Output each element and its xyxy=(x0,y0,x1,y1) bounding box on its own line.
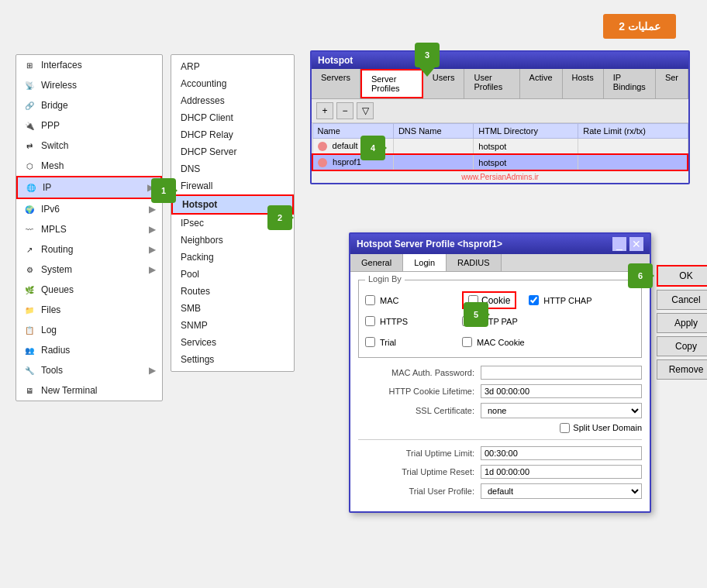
ip-icon: 🌐 xyxy=(24,181,38,194)
tab-login[interactable]: Login xyxy=(403,254,447,271)
mac-auth-input[interactable] xyxy=(481,366,642,380)
split-domain-checkbox[interactable] xyxy=(560,423,570,433)
menu-item-services[interactable]: Services xyxy=(171,334,294,351)
tab-servers[interactable]: Servers xyxy=(312,69,360,98)
sidebar-item-label: System xyxy=(41,264,72,275)
mpls-icon: 〰 xyxy=(22,222,36,236)
sidebar-item-files[interactable]: 📁 Files xyxy=(16,300,162,320)
sidebar-item-interfaces[interactable]: ⊞ Interfaces xyxy=(16,55,162,75)
sidebar-item-ppp[interactable]: 🔌 PPP xyxy=(16,115,162,136)
trial-uptime-reset-input[interactable] xyxy=(481,465,642,479)
remove-button-dialog[interactable]: Remove xyxy=(657,359,707,380)
trial-uptime-reset-row: Trial Uptime Reset: xyxy=(358,465,642,479)
sidebar-item-wireless[interactable]: 📡 Wireless xyxy=(16,75,162,95)
dialog-titlebar: Hotspot Server Profile <hsprof1> _ ✕ xyxy=(350,234,650,254)
dialog-actions: OK Cancel Apply Copy Remove xyxy=(657,265,707,380)
row-html-dir: hotspot xyxy=(474,139,578,155)
trial-uptime-limit-row: Trial Uptime Limit: xyxy=(358,446,642,460)
sidebar-item-queues[interactable]: 🌿 Queues xyxy=(16,280,162,300)
menu-item-firewall[interactable]: Firewall xyxy=(171,177,294,194)
menu-item-arp[interactable]: ARP xyxy=(171,58,294,75)
menu-item-addresses[interactable]: Addresses xyxy=(171,92,294,109)
row-dns-selected xyxy=(393,154,473,170)
copy-button[interactable]: Copy xyxy=(657,336,707,356)
mac-cookie-checkbox[interactable] xyxy=(462,337,472,347)
sidebar-item-log[interactable]: 📋 Log xyxy=(16,320,162,340)
sidebar-item-mesh[interactable]: ⬡ Mesh xyxy=(16,156,162,176)
tab-server-profiles[interactable]: Server Profiles xyxy=(360,69,423,98)
tab-radius[interactable]: RADIUS xyxy=(447,254,502,271)
tab-hosts[interactable]: Hosts xyxy=(563,69,604,98)
trial-user-profile-label: Trial User Profile: xyxy=(358,487,474,496)
sidebar-item-ip[interactable]: 🌐 IP ▶ xyxy=(16,176,162,199)
col-rate: Rate Limit (rx/tx) xyxy=(578,124,688,139)
menu-item-dhcp-server[interactable]: DHCP Server xyxy=(171,143,294,160)
cookie-lifetime-row: HTTP Cookie Lifetime: xyxy=(358,384,642,398)
menu-item-snmp[interactable]: SNMP xyxy=(171,317,294,334)
mac-checkbox[interactable] xyxy=(365,295,375,305)
http-chap-checkbox[interactable] xyxy=(529,295,539,305)
tab-user-profiles[interactable]: User Profiles xyxy=(464,69,519,98)
ssl-cert-label: SSL Certificate: xyxy=(358,406,474,415)
ok-button[interactable]: OK xyxy=(657,265,707,287)
mac-cookie-label: MAC Cookie xyxy=(477,338,547,347)
sidebar-item-terminal[interactable]: 🖥 New Terminal xyxy=(16,380,162,401)
remove-button[interactable]: − xyxy=(336,102,354,119)
sidebar-item-label: PPP xyxy=(41,120,60,131)
sidebar-item-switch[interactable]: ⇄ Switch xyxy=(16,136,162,156)
trial-user-profile-select[interactable]: default xyxy=(481,483,642,499)
dialog-close-btn[interactable]: ✕ xyxy=(629,237,643,251)
sidebar-item-bridge[interactable]: 🔗 Bridge xyxy=(16,95,162,115)
mesh-icon: ⬡ xyxy=(22,159,36,173)
https-checkbox[interactable] xyxy=(365,316,375,326)
files-icon: 📁 xyxy=(22,303,36,317)
tab-ser[interactable]: Ser xyxy=(656,69,688,98)
sidebar-item-radius[interactable]: 👥 Radius xyxy=(16,340,162,360)
http-chap-label: HTTP CHAP xyxy=(543,296,613,305)
menu-item-smb[interactable]: SMB xyxy=(171,300,294,317)
menu-item-dns[interactable]: DNS xyxy=(171,160,294,177)
row-dns xyxy=(393,139,473,155)
sidebar-item-mpls[interactable]: 〰 MPLS ▶ xyxy=(16,219,162,239)
login-by-label: Login By xyxy=(365,274,405,284)
menu-item-pool[interactable]: Pool xyxy=(171,266,294,283)
trial-checkbox[interactable] xyxy=(365,337,375,347)
sidebar-item-label: Bridge xyxy=(41,100,68,111)
ipv6-icon: 🌍 xyxy=(22,202,36,216)
col-dns: DNS Name xyxy=(393,124,473,139)
dialog-minimize[interactable]: _ xyxy=(612,237,626,251)
ppp-icon: 🔌 xyxy=(22,119,36,132)
apply-button[interactable]: Apply xyxy=(657,313,707,333)
wireless-icon: 📡 xyxy=(22,78,36,92)
tools-icon: 🔧 xyxy=(22,363,36,377)
row-rate-selected xyxy=(578,154,688,170)
add-button[interactable]: + xyxy=(316,102,333,119)
ops-button[interactable]: عملیات 2 xyxy=(603,14,676,39)
menu-item-neighbors[interactable]: Neighbors xyxy=(171,232,294,249)
routing-arrow: ▶ xyxy=(149,244,156,255)
filter-button[interactable]: ▽ xyxy=(357,102,374,119)
ssl-cert-select[interactable]: none xyxy=(481,403,642,418)
step-6-arrow: 6 xyxy=(628,263,653,288)
cookie-lifetime-input[interactable] xyxy=(481,384,642,398)
row-rate xyxy=(578,139,688,155)
menu-item-dhcp-relay[interactable]: DHCP Relay xyxy=(171,126,294,143)
mac-auth-label: MAC Auth. Password: xyxy=(358,368,474,377)
tab-active[interactable]: Active xyxy=(520,69,563,98)
sidebar-item-label: Queues xyxy=(41,284,74,295)
cancel-button[interactable]: Cancel xyxy=(657,290,707,310)
radius-icon: 👥 xyxy=(22,343,36,357)
menu-item-dhcp-client[interactable]: DHCP Client xyxy=(171,109,294,126)
sidebar-item-system[interactable]: ⚙ System ▶ xyxy=(16,260,162,280)
menu-item-accounting[interactable]: Accounting xyxy=(171,75,294,92)
tab-ip-bindings[interactable]: IP Bindings xyxy=(604,69,656,98)
sidebar-item-routing[interactable]: ↗ Routing ▶ xyxy=(16,239,162,260)
menu-item-routes[interactable]: Routes xyxy=(171,283,294,300)
sidebar-item-tools[interactable]: 🔧 Tools ▶ xyxy=(16,360,162,380)
menu-item-settings[interactable]: Settings xyxy=(171,351,294,368)
menu-item-packing[interactable]: Packing xyxy=(171,249,294,266)
trial-uptime-limit-input[interactable] xyxy=(481,446,642,460)
sidebar-item-label: New Terminal xyxy=(41,385,97,396)
tab-general[interactable]: General xyxy=(350,254,403,271)
sidebar-item-ipv6[interactable]: 🌍 IPv6 ▶ xyxy=(16,199,162,219)
